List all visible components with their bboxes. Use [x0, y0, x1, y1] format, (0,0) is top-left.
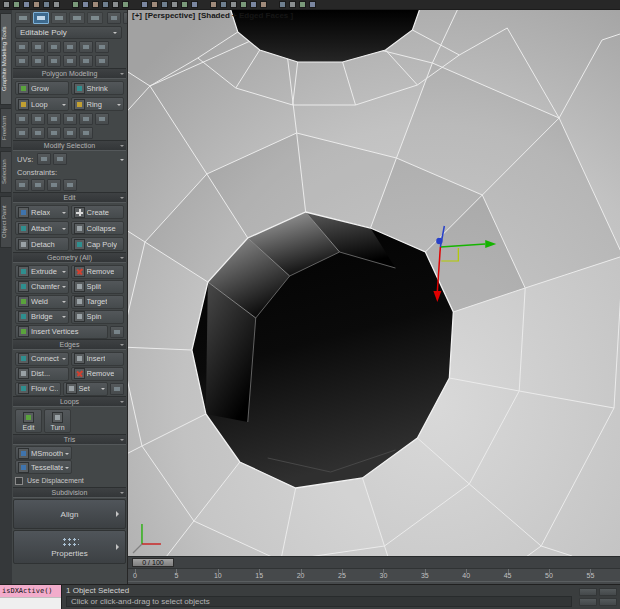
- fill-selection-icon[interactable]: [47, 127, 61, 139]
- ring-button[interactable]: Ring: [71, 97, 125, 111]
- weld-button[interactable]: Weld: [15, 295, 69, 309]
- attach-button[interactable]: Attach: [15, 221, 69, 235]
- display-subdivision-icon[interactable]: [47, 41, 61, 53]
- rectangular-selection-region-icon[interactable]: [92, 1, 99, 8]
- detach-button[interactable]: Detach: [15, 237, 69, 251]
- modifier-options-icon[interactable]: [95, 41, 109, 53]
- pan-icon[interactable]: [599, 588, 617, 596]
- insert-vertices-button[interactable]: Insert Vertices: [15, 325, 108, 339]
- previous-modifier-icon[interactable]: [15, 55, 29, 67]
- maximize-viewport-icon[interactable]: [599, 598, 617, 606]
- select-and-uniform-scale-icon[interactable]: [141, 1, 148, 8]
- listener-line[interactable]: [0, 597, 61, 609]
- mirror-icon[interactable]: [210, 1, 217, 8]
- remove-loop-button[interactable]: Remove: [71, 367, 125, 381]
- track-bar[interactable]: 0510152025303540455055: [128, 568, 620, 584]
- curve-editor-icon[interactable]: [250, 1, 257, 8]
- distance-connect-button[interactable]: Dist...: [15, 367, 69, 381]
- msmooth-button[interactable]: MSmooth: [15, 446, 72, 460]
- turn-tris-button[interactable]: Turn: [44, 409, 71, 433]
- select-by-vertex-icon[interactable]: [15, 113, 29, 125]
- similar-selection-icon[interactable]: [31, 127, 45, 139]
- rendered-frame-window-icon[interactable]: [299, 1, 306, 8]
- ribbon-config-icon[interactable]: [123, 12, 127, 24]
- viewport-canvas[interactable]: [128, 10, 620, 556]
- loop-options-icon[interactable]: [110, 383, 124, 395]
- orbit-icon[interactable]: [579, 598, 597, 606]
- tab-graphite-modeling-tools[interactable]: Graphite Modeling Tools: [0, 13, 11, 105]
- flow-connect-button[interactable]: Flow C...: [15, 382, 61, 396]
- graphite-ribbon-toggle-icon[interactable]: [240, 1, 247, 8]
- multiple-selection-icon[interactable]: [63, 113, 77, 125]
- modifier-stack-dropdown[interactable]: Editable Poly: [15, 26, 122, 39]
- schematic-view-icon[interactable]: [260, 1, 267, 8]
- remove-button[interactable]: Remove: [71, 265, 125, 279]
- step-mode-icon[interactable]: [79, 127, 93, 139]
- preserve-uvs-icon[interactable]: [53, 153, 67, 165]
- use-pivot-point-center-icon[interactable]: [161, 1, 168, 8]
- loop-button[interactable]: Loop: [15, 97, 69, 111]
- pin-stack-icon[interactable]: [15, 41, 29, 53]
- select-and-move-icon[interactable]: [112, 1, 119, 8]
- select-by-name-icon[interactable]: [82, 1, 89, 8]
- outline-selection-icon[interactable]: [15, 127, 29, 139]
- macro-recorder-line[interactable]: isDXActive(): [0, 585, 61, 597]
- quick-render-icon[interactable]: [309, 1, 316, 8]
- collapse-stack-icon[interactable]: [31, 55, 45, 67]
- isoline-display-icon[interactable]: [63, 41, 77, 53]
- connect-button[interactable]: Connect: [15, 352, 69, 366]
- undo-icon[interactable]: [13, 1, 20, 8]
- target-weld-button[interactable]: Target: [71, 295, 125, 309]
- percent-snap-toggle-icon[interactable]: [191, 1, 198, 8]
- spin-button[interactable]: Spin: [71, 310, 125, 324]
- constrain-normal-icon[interactable]: [63, 179, 77, 191]
- insert-loop-button[interactable]: Insert: [71, 352, 125, 366]
- ignore-backfacing-icon[interactable]: [31, 113, 45, 125]
- redo-icon[interactable]: [23, 1, 30, 8]
- by-angle-icon[interactable]: [47, 113, 61, 125]
- select-and-rotate-icon[interactable]: [122, 1, 129, 8]
- snaps-toggle-icon[interactable]: [171, 1, 178, 8]
- tab-freeform[interactable]: Freeform: [0, 108, 11, 148]
- render-setup-icon[interactable]: [289, 1, 296, 8]
- viewport-label[interactable]: [+] [Perspective] [Shaded + Edged Faces …: [132, 11, 293, 20]
- extrude-button[interactable]: Extrude: [15, 265, 69, 279]
- edge-mode-button[interactable]: [33, 12, 49, 24]
- edge-options-icon[interactable]: [110, 326, 124, 338]
- time-slider-track[interactable]: 0 / 100: [128, 556, 620, 568]
- collapse-button[interactable]: Collapse: [71, 221, 125, 235]
- generate-topology-icon[interactable]: [47, 55, 61, 67]
- element-mode-button[interactable]: [87, 12, 103, 24]
- layer-manager-icon[interactable]: [230, 1, 237, 8]
- window-crossing-toggle-icon[interactable]: [102, 1, 109, 8]
- shrink-button[interactable]: Shrink: [71, 81, 125, 95]
- zoom-icon[interactable]: [579, 588, 597, 596]
- use-displacement-checkbox[interactable]: [15, 477, 23, 485]
- dot-loop-icon[interactable]: [79, 113, 93, 125]
- reference-coordinate-system-icon[interactable]: [151, 1, 158, 8]
- angle-snap-toggle-icon[interactable]: [181, 1, 188, 8]
- select-link-icon[interactable]: [33, 1, 40, 8]
- use-nurms-icon[interactable]: [79, 41, 93, 53]
- viewport-general-menu[interactable]: [+]: [132, 11, 142, 20]
- border-mode-button[interactable]: [51, 12, 67, 24]
- chamfer-button[interactable]: Chamfer: [15, 280, 69, 294]
- next-modifier-icon[interactable]: [95, 55, 109, 67]
- bridge-button[interactable]: Bridge: [15, 310, 69, 324]
- edit-tris-button[interactable]: Edit: [15, 409, 42, 433]
- tweak-uvw-icon[interactable]: [37, 153, 51, 165]
- material-editor-icon[interactable]: [279, 1, 286, 8]
- relax-button[interactable]: Relax: [15, 205, 69, 219]
- cap-poly-button[interactable]: Cap Poly: [71, 237, 125, 251]
- vertex-mode-button[interactable]: [15, 12, 31, 24]
- unlink-selection-icon[interactable]: [43, 1, 50, 8]
- gizmo-origin[interactable]: [436, 238, 442, 244]
- perspective-viewport[interactable]: [+] [Perspective] [Shaded + Edged Faces …: [128, 10, 620, 556]
- select-object-icon[interactable]: [72, 1, 79, 8]
- tab-selection[interactable]: Selection: [0, 151, 11, 193]
- viewport-shading-menu[interactable]: [Shaded + Edged Faces ]: [198, 11, 293, 20]
- viewport-pov-menu[interactable]: [Perspective]: [145, 11, 195, 20]
- show-end-result-icon[interactable]: [31, 41, 45, 53]
- paint-deform-icon[interactable]: [79, 55, 93, 67]
- tab-object-paint[interactable]: Object Paint: [0, 196, 11, 248]
